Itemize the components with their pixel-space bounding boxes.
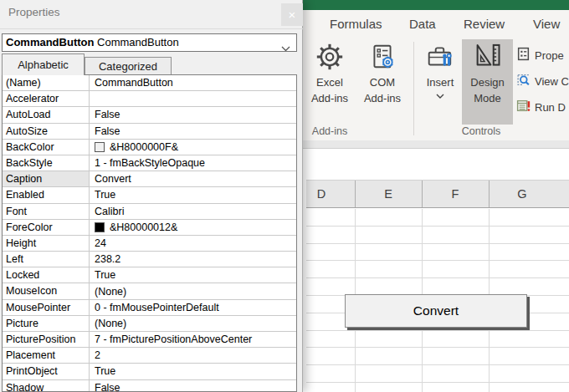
- property-row[interactable]: PicturePosition 7 - fmPicturePositionAbo…: [3, 332, 296, 348]
- com-addins-label-line2: Add-ins: [364, 90, 401, 106]
- tab-alphabetic[interactable]: Alphabetic: [2, 53, 85, 75]
- property-row[interactable]: MousePointer 0 - fmMousePointerDefault: [3, 300, 296, 316]
- column-header-F[interactable]: F: [452, 181, 459, 208]
- property-row[interactable]: Enabled True: [3, 187, 296, 203]
- property-value[interactable]: 24: [90, 236, 296, 251]
- property-value-text: 1 - fmBackStyleOpaque: [95, 155, 205, 171]
- property-value[interactable]: Calibri: [90, 204, 296, 219]
- title-divider: [0, 28, 303, 29]
- property-value-text: False: [95, 380, 120, 392]
- property-row[interactable]: BackColor &H8000000F&: [3, 140, 296, 155]
- property-name: PrintObject: [3, 364, 90, 379]
- property-value[interactable]: 238.2: [90, 252, 296, 267]
- property-value[interactable]: True: [90, 267, 296, 283]
- property-row[interactable]: BackStyle 1 - fmBackStyleOpaque: [3, 155, 296, 171]
- property-row[interactable]: Picture (None): [3, 316, 296, 332]
- chevron-down-icon: [436, 90, 444, 102]
- property-row[interactable]: Placement 2: [3, 348, 296, 364]
- property-value[interactable]: False: [90, 380, 296, 392]
- object-name: CommandButton: [6, 36, 94, 48]
- property-row[interactable]: (Name) CommandButton: [3, 75, 296, 91]
- property-row[interactable]: Accelerator: [3, 91, 296, 107]
- close-icon[interactable]: ×: [281, 3, 303, 26]
- dialog-exclamation-icon: [516, 99, 531, 116]
- property-value[interactable]: 1 - fmBackStyleOpaque: [90, 155, 296, 171]
- property-row[interactable]: Locked True: [3, 267, 296, 283]
- property-value[interactable]: CommandButton: [90, 75, 296, 90]
- design-mode-label-line1: Design: [470, 74, 504, 90]
- property-row[interactable]: AutoLoad False: [3, 107, 296, 123]
- property-value[interactable]: &H8000000F&: [90, 140, 296, 155]
- tab-data[interactable]: Data: [409, 10, 436, 38]
- property-name: Shadow: [3, 380, 90, 392]
- run-dialog-button[interactable]: Run D: [516, 99, 569, 115]
- property-value[interactable]: (None): [90, 283, 296, 298]
- property-value[interactable]: True: [90, 187, 296, 202]
- tab-categorized[interactable]: Categorized: [85, 57, 172, 75]
- property-value[interactable]: &H80000012&: [90, 220, 296, 235]
- property-value-text: Convert: [95, 171, 131, 186]
- design-mode-label-line2: Mode: [474, 90, 501, 106]
- property-value-text: Calibri: [95, 204, 124, 219]
- property-value-text: (None): [95, 316, 126, 331]
- view-code-button[interactable]: View C: [516, 73, 569, 89]
- excel-addins-button[interactable]: Excel Add-ins: [303, 39, 356, 125]
- property-value[interactable]: (None): [90, 316, 296, 331]
- property-value-text: &H8000000F&: [110, 140, 178, 155]
- property-name: MousePointer: [3, 300, 90, 315]
- property-value-text: 7 - fmPicturePositionAboveCenter: [95, 332, 252, 347]
- property-value[interactable]: 0 - fmMousePointerDefault: [90, 300, 296, 315]
- property-value[interactable]: 2: [90, 348, 296, 363]
- column-header-G[interactable]: G: [517, 181, 526, 208]
- property-value-text: True: [95, 364, 115, 379]
- property-name: Height: [3, 236, 90, 251]
- property-row[interactable]: Shadow False: [3, 380, 296, 392]
- list-gear-icon: [368, 39, 397, 74]
- property-value[interactable]: Convert: [90, 171, 296, 186]
- group-label-addins: Add-ins: [303, 125, 356, 137]
- property-value[interactable]: [90, 91, 296, 106]
- properties-sheet-icon: [516, 47, 531, 64]
- tab-review[interactable]: Review: [464, 10, 505, 38]
- property-name: Font: [3, 204, 90, 219]
- property-row[interactable]: Caption Convert: [3, 171, 296, 187]
- property-row[interactable]: PrintObject True: [3, 364, 296, 379]
- tab-view[interactable]: View: [533, 10, 560, 38]
- property-value-text: (None): [95, 284, 126, 299]
- insert-button[interactable]: Insert: [420, 39, 460, 125]
- object-type: CommandButton: [97, 36, 179, 48]
- property-name: Caption: [3, 171, 90, 186]
- column-header-E[interactable]: E: [384, 181, 392, 208]
- sheet-cells[interactable]: Convert: [306, 209, 569, 392]
- property-row[interactable]: AutoSize False: [3, 124, 296, 140]
- column-headers: DEFG: [306, 180, 569, 208]
- property-name: AutoSize: [3, 124, 90, 139]
- property-name: Locked: [3, 267, 90, 283]
- tab-formulas[interactable]: Formulas: [330, 10, 382, 38]
- screen: Formulas Data Review View: [0, 0, 569, 392]
- property-row[interactable]: MouseIcon (None): [3, 283, 296, 299]
- property-row[interactable]: Height 24: [3, 236, 296, 252]
- color-swatch: [95, 222, 105, 232]
- property-value[interactable]: True: [90, 364, 296, 379]
- property-value[interactable]: 7 - fmPicturePositionAboveCenter: [90, 332, 296, 347]
- property-name: Placement: [3, 348, 90, 363]
- property-value-text: &H80000012&: [110, 220, 177, 235]
- property-value-text: False: [95, 124, 120, 139]
- properties-ribbon-button[interactable]: Prope: [516, 47, 569, 64]
- property-name: BackColor: [3, 140, 90, 155]
- property-row[interactable]: ForeColor &H80000012&: [3, 220, 296, 236]
- property-value[interactable]: False: [90, 124, 296, 139]
- properties-ribbon-label: Prope: [535, 49, 564, 62]
- property-value[interactable]: False: [90, 107, 296, 122]
- property-row[interactable]: Font Calibri: [3, 204, 296, 220]
- convert-command-button[interactable]: Convert: [345, 294, 527, 328]
- properties-panel: Properties × CommandButton CommandButton…: [0, 0, 303, 392]
- design-mode-button[interactable]: Design Mode: [462, 39, 513, 125]
- object-selector-combobox[interactable]: CommandButton CommandButton: [2, 33, 297, 52]
- group-label-controls: Controls: [418, 125, 544, 137]
- property-value-text: True: [95, 267, 115, 283]
- property-row[interactable]: Left 238.2: [3, 252, 296, 267]
- com-addins-button[interactable]: COM Add-ins: [357, 39, 408, 125]
- column-header-D[interactable]: D: [317, 181, 326, 208]
